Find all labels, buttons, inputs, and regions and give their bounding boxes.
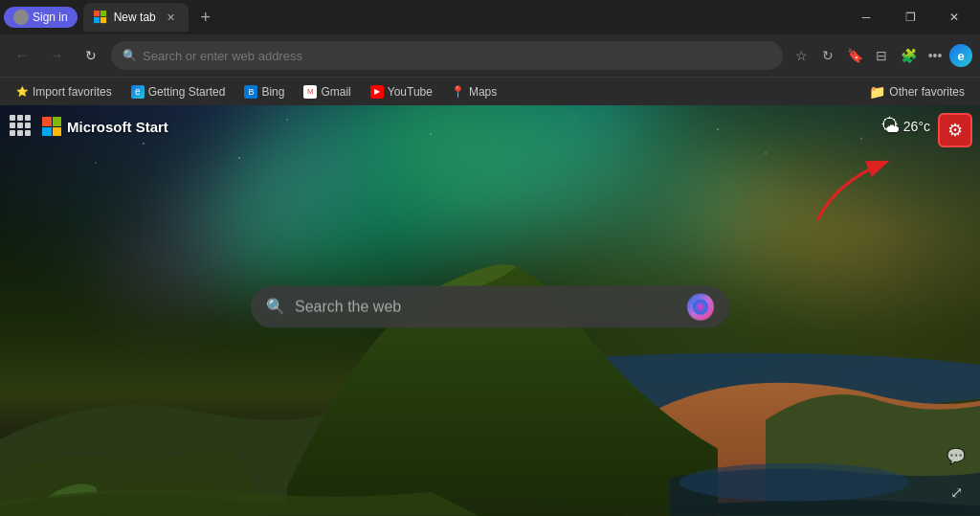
grid-dot <box>10 115 15 121</box>
settings-button[interactable]: ⚙ <box>938 113 972 147</box>
close-button[interactable]: ✕ <box>932 0 976 34</box>
landscape-svg <box>0 208 980 516</box>
svg-rect-3 <box>100 17 106 23</box>
ms-sq-yellow <box>53 127 62 137</box>
ms-title: Microsoft Start <box>67 119 168 135</box>
menu-button[interactable]: ••• <box>923 43 947 68</box>
ms-sq-blue <box>42 127 52 137</box>
svg-rect-2 <box>94 17 100 23</box>
fav-gmail-icon: M <box>303 85 317 99</box>
weather-temp: 26°c <box>903 119 930 134</box>
restore-button[interactable]: ❐ <box>888 0 932 34</box>
grid-dot <box>10 130 15 136</box>
svg-point-6 <box>679 463 909 502</box>
apps-grid-icon[interactable] <box>10 115 33 138</box>
tab-favicon <box>93 10 108 25</box>
search-bar[interactable]: 🔍 Search the web <box>251 285 729 327</box>
microsoft-logo: Microsoft Start <box>42 117 168 136</box>
extensions-icon[interactable]: 🧩 <box>896 43 921 68</box>
fav-maps-label: Maps <box>469 85 497 99</box>
fav-bing-label: Bing <box>261 85 284 99</box>
favorites-icon[interactable]: ☆ <box>789 43 813 68</box>
fav-other-button[interactable]: 📁 Other favorites <box>861 82 972 101</box>
fav-youtube-label: YouTube <box>388 85 433 99</box>
gear-icon: ⚙ <box>947 120 963 141</box>
fav-bing-icon: B <box>244 85 257 99</box>
addressbar: ← → ↻ 🔍 Search or enter web address ☆ ↻ … <box>0 34 980 77</box>
ms-squares-icon <box>42 117 61 136</box>
search-placeholder: Search the web <box>295 298 678 315</box>
collections-icon[interactable]: 🔖 <box>842 43 867 68</box>
grid-dot <box>17 130 23 136</box>
fav-maps-icon: 📍 <box>452 85 465 99</box>
fav-edge-icon: e <box>131 85 145 99</box>
weather-icon: 🌤 <box>880 115 900 137</box>
fav-gmail[interactable]: M Gmail <box>296 83 358 101</box>
main-content: Microsoft Start 🌤 26°c ⚙ 🔍 Search the we… <box>0 105 980 516</box>
weather-widget[interactable]: 🌤 26°c <box>880 115 930 137</box>
fav-getting-started-label: Getting Started <box>148 85 226 99</box>
fav-maps[interactable]: 📍 Maps <box>444 83 504 101</box>
new-tab-button[interactable]: + <box>192 4 219 31</box>
refresh-button[interactable]: ↻ <box>77 41 105 70</box>
feedback-icon[interactable]: 💬 <box>942 441 970 470</box>
minimize-button[interactable]: ─ <box>844 0 888 34</box>
ms-sq-green <box>53 117 62 126</box>
titlebar: Sign in New tab ✕ + ─ ❐ ✕ <box>0 0 980 34</box>
fav-youtube-icon: ▶ <box>370 85 384 99</box>
profile-icon <box>13 10 29 25</box>
grid-dot <box>25 123 31 128</box>
tabs-area: New tab ✕ + <box>83 0 844 34</box>
fav-import-label: Import favorites <box>33 85 112 99</box>
search-container: 🔍 Search the web <box>251 285 729 327</box>
bing-copilot-icon <box>687 293 714 320</box>
fav-bing[interactable]: B Bing <box>236 83 292 101</box>
forward-button[interactable]: → <box>42 41 71 70</box>
split-screen-icon[interactable]: ⊟ <box>869 43 894 68</box>
fav-getting-started[interactable]: e Getting Started <box>123 83 234 101</box>
url-text: Search or enter web address <box>143 49 771 63</box>
fav-import[interactable]: ⭐ Import favorites <box>8 83 120 101</box>
back-button[interactable]: ← <box>8 41 36 70</box>
svg-rect-0 <box>94 11 100 16</box>
fav-gmail-label: Gmail <box>321 85 350 99</box>
search-icon: 🔍 <box>266 298 285 316</box>
tab-label: New tab <box>114 11 156 24</box>
svg-rect-1 <box>100 11 106 16</box>
grid-dot <box>17 123 23 128</box>
fav-other-label: Other favorites <box>889 85 965 99</box>
grid-dot <box>10 123 15 128</box>
expand-icon[interactable]: ⤢ <box>942 478 970 506</box>
grid-dot <box>25 130 31 136</box>
edge-profile-icon[interactable]: e <box>949 44 972 67</box>
active-tab[interactable]: New tab ✕ <box>83 3 189 32</box>
sign-in-button[interactable]: Sign in <box>4 7 78 28</box>
grid-dot <box>17 115 23 121</box>
search-icon: 🔍 <box>122 49 137 62</box>
svg-point-8 <box>693 299 708 314</box>
fav-folder-icon: 📁 <box>869 84 885 100</box>
ms-header: Microsoft Start <box>10 115 168 138</box>
tab-close-button[interactable]: ✕ <box>164 10 179 25</box>
sign-in-label: Sign in <box>33 11 68 24</box>
ms-sq-red <box>42 117 52 126</box>
reading-view-icon[interactable]: ↻ <box>815 43 840 68</box>
fav-import-icon: ⭐ <box>15 85 29 99</box>
favorites-bar: ⭐ Import favorites e Getting Started B B… <box>0 77 980 105</box>
url-bar[interactable]: 🔍 Search or enter web address <box>111 41 783 70</box>
grid-dot <box>25 115 31 121</box>
bottom-icons: 💬 ⤢ <box>942 441 970 506</box>
window-controls: ─ ❐ ✕ <box>844 0 976 34</box>
fav-youtube[interactable]: ▶ YouTube <box>363 83 440 101</box>
address-actions: ☆ ↻ 🔖 ⊟ 🧩 ••• e <box>789 43 972 68</box>
